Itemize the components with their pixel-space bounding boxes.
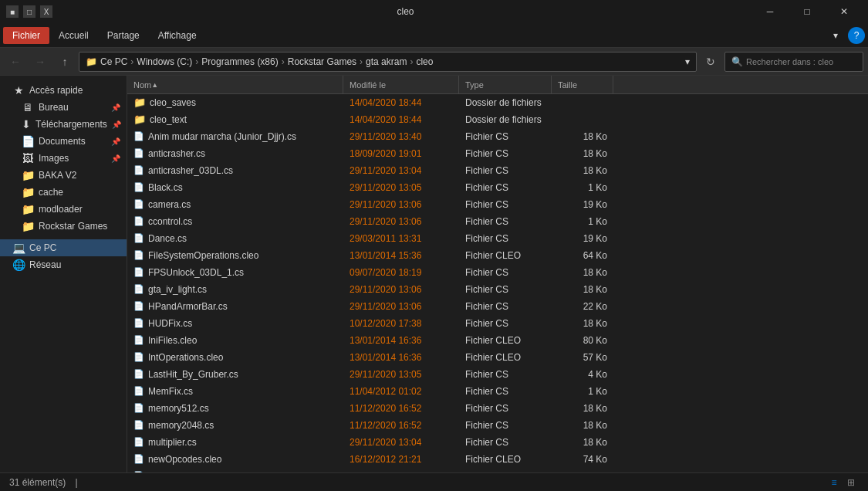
cell-type: Fichier CS	[459, 199, 552, 210]
cell-modified: 29/11/2020 13:06	[343, 301, 459, 312]
cell-name: 📄anticrasher_03DL.cs	[127, 165, 343, 176]
cell-modified: 29/11/2020 13:06	[343, 216, 459, 227]
sidebar-item-baka[interactable]: 📁 BAKA V2	[0, 167, 127, 184]
sidebar-item-documents[interactable]: 📄 Documents 📌	[0, 133, 127, 150]
table-row[interactable]: 📄ccontrol.cs 29/11/2020 13:06 Fichier CS…	[127, 213, 868, 230]
cell-modified: 10/11/2019 13:41	[343, 471, 459, 473]
cell-modified: 16/12/2012 21:21	[343, 454, 459, 465]
menu-affichage[interactable]: Affichage	[149, 27, 206, 44]
table-row[interactable]: 📄FileSystemOperations.cleo 13/01/2014 15…	[127, 247, 868, 264]
bureau-icon: 🖥	[22, 101, 34, 113]
sidebar-item-modloader[interactable]: 📁 modloader	[0, 201, 127, 218]
table-row[interactable]: 📄gta_iv_light.cs 29/11/2020 13:06 Fichie…	[127, 281, 868, 298]
breadcrumb-rockstar[interactable]: Rockstar Games	[288, 56, 356, 67]
search-bar[interactable]: 🔍 Rechercher dans : cleo	[724, 52, 863, 72]
documents-icon: 📄	[22, 135, 34, 147]
table-row[interactable]: 📄newOpcodes.cleo 16/12/2012 21:21 Fichie…	[127, 451, 868, 468]
cell-size: 18 Ko	[552, 165, 613, 176]
sidebar-item-images[interactable]: 🖼 Images 📌	[0, 150, 127, 167]
close-button[interactable]: ✕	[826, 0, 862, 23]
table-row[interactable]: 📄Dance.cs 29/03/2011 13:31 Fichier CS 19…	[127, 230, 868, 247]
table-row[interactable]: 📄remove_zeros.cs 10/11/2019 13:41 Fichie…	[127, 468, 868, 472]
menu-fichier[interactable]: Fichier	[3, 27, 49, 44]
cell-modified: 29/11/2020 13:04	[343, 165, 459, 176]
table-row[interactable]: 📄HPandArmorBar.cs 29/11/2020 13:06 Fichi…	[127, 298, 868, 315]
table-row[interactable]: 📄HUDFix.cs 10/12/2020 17:38 Fichier CS 1…	[127, 315, 868, 332]
file-list: 📁cleo_saves 14/04/2020 18:44 Dossier de …	[127, 94, 868, 472]
menu-partage[interactable]: Partage	[98, 27, 149, 44]
cell-modified: 29/11/2020 13:40	[343, 131, 459, 142]
sidebar-item-rockstar[interactable]: 📁 Rockstar Games	[0, 218, 127, 235]
cell-modified: 14/04/2020 18:44	[343, 114, 459, 125]
title-bar-icon-group: ■ □ X	[6, 5, 52, 18]
table-row[interactable]: 📄Anim mudar marcha (Junior_Djjr).cs 29/1…	[127, 128, 868, 145]
cell-size: 64 Ko	[552, 250, 613, 261]
sidebar-item-reseau[interactable]: 🌐 Réseau	[0, 256, 127, 273]
cell-name: 📄MemFix.cs	[127, 386, 343, 397]
cell-name: 📄multiplier.cs	[127, 437, 343, 448]
minimize-button[interactable]: ─	[752, 0, 788, 23]
menu-expand-arrow[interactable]: ▾	[826, 26, 845, 45]
table-row[interactable]: 📄IntOperations.cleo 13/01/2014 16:36 Fic…	[127, 349, 868, 366]
table-row[interactable]: 📁cleo_text 14/04/2020 18:44 Dossier de f…	[127, 111, 868, 128]
table-row[interactable]: 📄FPSUnlock_03DL_1.cs 09/07/2020 18:19 Fi…	[127, 264, 868, 281]
sidebar-item-quick-access[interactable]: ★ Accès rapide	[0, 82, 127, 99]
cell-size: 18 Ko	[552, 284, 613, 295]
cell-size: 18 Ko	[552, 131, 613, 142]
breadcrumb-windows[interactable]: Windows (C:)	[137, 56, 192, 67]
breadcrumb-gtaakram[interactable]: gta akram	[366, 56, 407, 67]
breadcrumb[interactable]: 📁 Ce PC › Windows (C:) › Programmes (x86…	[79, 52, 697, 72]
table-row[interactable]: 📄IniFiles.cleo 13/01/2014 16:36 Fichier …	[127, 332, 868, 349]
back-button[interactable]: ←	[5, 51, 26, 73]
breadcrumb-cepc[interactable]: Ce PC	[100, 56, 127, 67]
col-header-type[interactable]: Type	[459, 76, 552, 93]
refresh-button[interactable]: ↻	[700, 51, 721, 73]
up-button[interactable]: ↑	[54, 51, 76, 73]
cell-size: 18 Ko	[552, 420, 613, 431]
maximize-button[interactable]: □	[789, 0, 825, 23]
sidebar-item-cepc[interactable]: 💻 Ce PC	[0, 239, 127, 256]
col-header-name[interactable]: Nom	[127, 76, 343, 93]
breadcrumb-programmes[interactable]: Programmes (x86)	[201, 56, 278, 67]
table-row[interactable]: 📄LastHit_By_Gruber.cs 29/11/2020 13:05 F…	[127, 366, 868, 383]
breadcrumb-cleo[interactable]: cleo	[416, 56, 433, 67]
app-icon: ■	[6, 5, 19, 18]
cell-type: Fichier CS	[459, 148, 552, 159]
bc-dropdown-arrow[interactable]: ▾	[685, 56, 690, 67]
pin-icon-documents: 📌	[111, 137, 120, 146]
view-details-button[interactable]: ≡	[826, 475, 842, 490]
cell-type: Fichier CS	[459, 318, 552, 329]
cell-type: Dossier de fichiers	[459, 114, 552, 125]
sidebar-label-baka: BAKA V2	[39, 170, 76, 181]
col-header-size[interactable]: Taille	[552, 76, 613, 93]
help-button[interactable]: ?	[848, 27, 865, 44]
table-row[interactable]: 📄anticrasher_03DL.cs 29/11/2020 13:04 Fi…	[127, 162, 868, 179]
table-row[interactable]: 📄MemFix.cs 11/04/2012 01:02 Fichier CS 1…	[127, 383, 868, 400]
table-row[interactable]: 📄multiplier.cs 29/11/2020 13:04 Fichier …	[127, 434, 868, 451]
cell-name: 📄FileSystemOperations.cleo	[127, 250, 343, 261]
baka-folder-icon: 📁	[22, 169, 34, 181]
menu-bar: Fichier Accueil Partage Affichage ▾ ?	[0, 23, 868, 48]
sidebar-item-telechargements[interactable]: ⬇ Téléchargements 📌	[0, 116, 127, 133]
sidebar-item-cache[interactable]: 📁 cache	[0, 184, 127, 201]
bc-folder-icon: 📁	[86, 56, 97, 67]
modloader-folder-icon: 📁	[22, 203, 34, 215]
table-row[interactable]: 📄memory2048.cs 11/12/2020 16:52 Fichier …	[127, 417, 868, 434]
table-row[interactable]: 📄anticrasher.cs 18/09/2020 19:01 Fichier…	[127, 145, 868, 162]
menu-accueil[interactable]: Accueil	[49, 27, 98, 44]
sidebar-label-telechargements: Téléchargements	[35, 119, 107, 130]
forward-button[interactable]: →	[29, 51, 51, 73]
col-header-modified[interactable]: Modifié le	[343, 76, 459, 93]
table-row[interactable]: 📄Black.cs 29/11/2020 13:05 Fichier CS 1 …	[127, 179, 868, 196]
cell-name: 📄Black.cs	[127, 182, 343, 193]
sidebar-label-rockstar: Rockstar Games	[39, 221, 107, 232]
cell-type: Fichier CLEO	[459, 352, 552, 363]
cell-type: Fichier CS	[459, 131, 552, 142]
table-row[interactable]: 📄memory512.cs 11/12/2020 16:52 Fichier C…	[127, 400, 868, 417]
table-row[interactable]: 📄camera.cs 29/11/2020 13:06 Fichier CS 1…	[127, 196, 868, 213]
table-row[interactable]: 📁cleo_saves 14/04/2020 18:44 Dossier de …	[127, 94, 868, 111]
sidebar-item-bureau[interactable]: 🖥 Bureau 📌	[0, 99, 127, 116]
pin-icon-telechargements: 📌	[112, 120, 121, 129]
images-icon: 🖼	[22, 152, 34, 164]
view-tiles-button[interactable]: ⊞	[843, 475, 859, 490]
